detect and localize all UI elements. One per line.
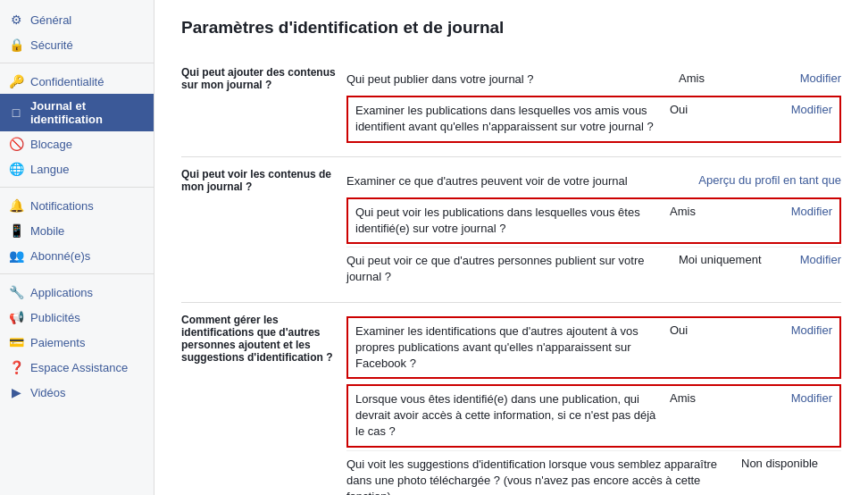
entry-e8: Qui voit les suggestions d'identificatio… [346,450,841,495]
sidebar-item-label-langue: Langue [30,163,69,176]
entry-e7: Lorsque vous êtes identifié(e) dans une … [346,384,841,448]
sidebar-item-journal[interactable]: □Journal et identification [0,94,154,131]
sidebar-item-espace[interactable]: ❓Espace Assistance [0,355,154,380]
applications-icon: 🔧 [9,285,23,299]
espace-icon: ❓ [9,360,23,374]
entry-e4: Qui peut voir les publications dans lesq… [346,197,841,244]
notifications-icon: 🔔 [9,198,23,213]
abonnes-icon: 👥 [9,248,23,263]
section-section2: Qui peut voir les contenus de mon journa… [181,156,841,302]
sidebar-item-label-abonnes: Abonné(e)s [30,249,90,263]
section-label-section2: Qui peut voir les contenus de mon journa… [181,168,346,291]
entry-text-e7: Lorsque vous êtes identifié(e) dans une … [355,391,663,440]
sidebar-item-confidentialite[interactable]: 🔑Confidentialité [0,69,154,94]
blocage-icon: 🚫 [9,137,23,151]
sidebar-item-label-notifications: Notifications [30,199,94,213]
sidebar-item-securite[interactable]: 🔒Sécurité [0,32,154,57]
sidebar-item-langue[interactable]: 🌐Langue [0,156,154,181]
sidebar-item-label-blocage: Blocage [30,138,72,151]
entry-value-e7: Amis [663,391,770,405]
section-section3: Comment gérer les identifications que d'… [181,302,841,496]
section-body-section2: Examiner ce que d'autres peuvent voir de… [346,168,841,291]
page-title: Paramètres d'identification et de journa… [181,18,841,38]
sidebar-item-label-videos: Vidéos [30,386,66,399]
section-section1: Qui peut ajouter des contenus sur mon jo… [181,55,841,156]
entry-e3: Examiner ce que d'autres peuvent voir de… [346,168,841,195]
entry-value-e5: Moi uniquement [672,253,779,266]
entry-action-e4[interactable]: Modifier [770,205,832,218]
entry-e6: Examiner les identifications que d'autre… [346,316,841,380]
sidebar-item-publicites[interactable]: 📢Publicités [0,305,154,330]
sidebar-item-label-mobile: Mobile [30,224,64,238]
entry-text-e2: Examiner les publications dans lesquelle… [355,103,663,135]
sidebar-item-label-espace: Espace Assistance [30,361,128,374]
mobile-icon: 📱 [9,223,23,238]
entry-text-e4: Qui peut voir les publications dans lesq… [355,205,663,237]
settings-content: Qui peut ajouter des contenus sur mon jo… [181,55,841,495]
sidebar-item-label-publicites: Publicités [30,311,80,324]
entry-value-e6: Oui [663,323,770,337]
entry-action-e7[interactable]: Modifier [770,391,832,405]
entry-action-e2[interactable]: Modifier [770,103,832,116]
sidebar-item-label-general: Général [30,13,71,27]
sidebar-divider [0,187,154,188]
entry-e2: Examiner les publications dans lesquelle… [346,96,841,142]
paiements-icon: 💳 [9,335,23,349]
section-body-section1: Qui peut publier dans votre journal ?Ami… [346,66,841,146]
sidebar-item-videos[interactable]: ▶Vidéos [0,380,154,405]
entry-text-e8: Qui voit les suggestions d'identificatio… [346,457,734,495]
sidebar-item-mobile[interactable]: 📱Mobile [0,218,154,243]
journal-icon: □ [9,105,23,120]
sidebar-item-label-confidentialite: Confidentialité [30,75,104,88]
entry-value-e1: Amis [672,71,779,85]
entry-value-e8: Non disponible [734,457,841,470]
sidebar-item-label-journal: Journal et identification [30,99,145,126]
sidebar-item-blocage[interactable]: 🚫Blocage [0,131,154,156]
sidebar-item-label-securite: Sécurité [30,38,73,52]
videos-icon: ▶ [9,385,23,399]
securite-icon: 🔒 [9,38,23,52]
general-icon: ⚙ [9,13,23,27]
entry-text-e3: Examiner ce que d'autres peuvent voir de… [346,173,663,189]
entry-action-e3[interactable]: Aperçu du profil en tant que [663,173,841,187]
entry-action-e6[interactable]: Modifier [770,323,832,337]
entry-e1: Qui peut publier dans votre journal ?Ami… [346,66,841,93]
sidebar-item-applications[interactable]: 🔧Applications [0,280,154,305]
entry-action-e1[interactable]: Modifier [779,71,841,85]
entry-text-e1: Qui peut publier dans votre journal ? [346,71,672,88]
sidebar-item-abonnes[interactable]: 👥Abonné(e)s [0,243,154,268]
sidebar-item-label-applications: Applications [30,286,93,299]
entry-e5: Qui peut voir ce que d'autres personnes … [346,247,841,290]
langue-icon: 🌐 [9,162,23,176]
confidentialite-icon: 🔑 [9,74,23,88]
sidebar-divider [0,63,154,63]
main-content: Paramètres d'identification et de journa… [154,0,868,495]
entry-action-e5[interactable]: Modifier [779,253,841,266]
section-label-section3: Comment gérer les identifications que d'… [181,314,346,496]
sidebar: ⚙Général🔒Sécurité🔑Confidentialité□Journa… [0,0,154,495]
section-label-section1: Qui peut ajouter des contenus sur mon jo… [181,66,346,146]
sidebar-item-label-paiements: Paiements [30,336,85,349]
entry-text-e6: Examiner les identifications que d'autre… [355,323,663,373]
section-body-section3: Examiner les identifications que d'autre… [346,314,841,496]
entry-value-e4: Amis [663,205,770,218]
entry-text-e5: Qui peut voir ce que d'autres personnes … [346,253,672,285]
sidebar-item-paiements[interactable]: 💳Paiements [0,330,154,355]
publicites-icon: 📢 [9,310,23,324]
sidebar-divider [0,273,154,274]
sidebar-item-general[interactable]: ⚙Général [0,7,154,32]
entry-value-e2: Oui [663,103,770,116]
sidebar-item-notifications[interactable]: 🔔Notifications [0,193,154,218]
